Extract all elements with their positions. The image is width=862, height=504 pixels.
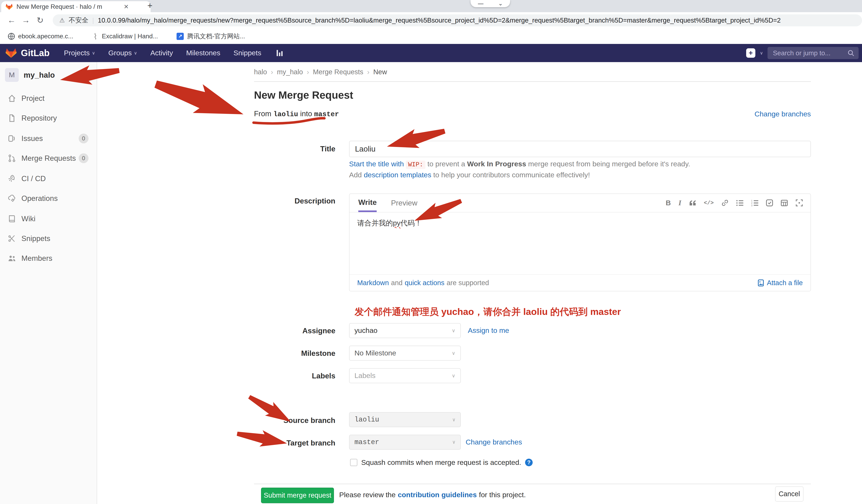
breadcrumb-merge-requests[interactable]: Merge Requests: [313, 68, 363, 76]
milestone-select[interactable]: No Milestone ∨: [349, 346, 461, 360]
change-branches-link-2[interactable]: Change branches: [466, 438, 522, 446]
tab-write[interactable]: Write: [358, 194, 377, 212]
issues-icon: [8, 134, 16, 143]
template-hint: Add description templates to help your c…: [349, 171, 590, 179]
table-icon[interactable]: [781, 200, 788, 206]
help-icon[interactable]: ?: [525, 459, 533, 466]
bookmark-ebook[interactable]: ebook.apecome.c...: [8, 32, 73, 40]
labels-select[interactable]: Labels ∨: [349, 368, 461, 383]
new-tab-button[interactable]: +: [147, 1, 153, 11]
quick-actions-link[interactable]: quick actions: [405, 279, 444, 287]
squash-row: Squash commits when merge request is acc…: [350, 459, 533, 467]
chevron-down-icon: ∨: [452, 417, 455, 423]
assignee-select[interactable]: yuchao ∨: [349, 323, 461, 338]
members-icon: [8, 254, 16, 262]
sidebar-item-issues[interactable]: Issues 0: [0, 129, 96, 148]
description-templates-link[interactable]: description templates: [364, 171, 431, 179]
quote-icon[interactable]: [689, 200, 696, 206]
overlay-chevron-icon[interactable]: ⌄: [498, 0, 503, 7]
italic-icon[interactable]: I: [678, 199, 681, 207]
capture-overlay-controls[interactable]: — ⌄: [471, 0, 510, 7]
change-branches-top: Change branches: [254, 110, 811, 118]
tab-title: New Merge Request · halo / m: [16, 3, 120, 10]
divider: [254, 81, 811, 82]
title-input[interactable]: [349, 141, 811, 157]
description-textarea[interactable]: 请合并我的py代码！: [350, 212, 810, 234]
assignee-value: yuchao: [354, 327, 378, 335]
misspelled-word: py: [393, 219, 401, 227]
change-branches-link[interactable]: Change branches: [755, 110, 811, 118]
wip-hint-link[interactable]: Start the title with: [349, 160, 404, 168]
reload-icon[interactable]: ↻: [33, 16, 47, 25]
numbered-list-icon[interactable]: 123: [751, 200, 758, 206]
tab-preview[interactable]: Preview: [391, 199, 417, 207]
nav-groups[interactable]: Groups∨: [108, 49, 137, 57]
sidebar-item-operations[interactable]: Operations: [0, 188, 96, 208]
security-label: 不安全: [69, 16, 89, 25]
bulleted-list-icon[interactable]: [736, 200, 743, 206]
bookmark-label: 腾讯文档-官方网站...: [187, 32, 245, 41]
project-sidebar: M my_halo Project Repository Issues 0 Me…: [0, 62, 97, 504]
annotation-note: 发个邮件通知管理员 yuchao，请你合并 laoliu 的代码到 master: [354, 306, 621, 318]
markdown-link[interactable]: Markdown: [357, 279, 389, 287]
sidebar-item-merge-requests[interactable]: Merge Requests 0: [0, 148, 96, 168]
address-bar[interactable]: ⚠ 不安全 | 10.0.0.99/halo/my_halo/merge_req…: [53, 14, 862, 27]
target-branch-select[interactable]: master ∨: [349, 435, 461, 450]
link-icon[interactable]: [721, 199, 729, 207]
bookmark-tencent-docs[interactable]: ↗ 腾讯文档-官方网站...: [177, 32, 245, 41]
page-title: New Merge Request: [254, 89, 353, 101]
bold-icon[interactable]: B: [666, 199, 671, 207]
breadcrumb-separator: ›: [367, 68, 369, 76]
page-url: 10.0.0.99/halo/my_halo/merge_requests/ne…: [98, 16, 781, 24]
gitlab-brand[interactable]: GitLab: [21, 48, 50, 58]
breadcrumb-halo[interactable]: halo: [254, 68, 267, 76]
cancel-button[interactable]: Cancel: [775, 487, 804, 502]
operations-icon: [8, 194, 16, 202]
fullscreen-icon[interactable]: [796, 199, 803, 207]
attach-file-link[interactable]: Attach a file: [767, 279, 803, 287]
search-icon: [848, 50, 854, 56]
address-divider: |: [92, 16, 94, 24]
sidebar-item-members[interactable]: Members: [0, 248, 96, 268]
issues-count-badge: 0: [79, 134, 89, 144]
forward-icon[interactable]: →: [19, 16, 33, 25]
project-context[interactable]: M my_halo: [0, 62, 97, 82]
charts-icon[interactable]: [276, 49, 284, 57]
task-list-icon[interactable]: [766, 199, 773, 207]
sidebar-item-snippets[interactable]: Snippets: [0, 229, 96, 248]
gitlab-logo[interactable]: [5, 48, 16, 58]
project-name: my_halo: [24, 71, 55, 79]
bookmark-excalidraw[interactable]: Excalidraw | Hand...: [92, 32, 158, 40]
source-branch-value: laoliu: [354, 416, 379, 424]
attach-file-icon: [758, 279, 764, 287]
bookmark-label: Excalidraw | Hand...: [102, 32, 158, 40]
source-branch-select[interactable]: laoliu ∨: [349, 412, 461, 427]
tab-close-icon[interactable]: ✕: [123, 3, 129, 10]
sidebar-item-wiki[interactable]: Wiki: [0, 209, 96, 229]
assignee-label: Assignee: [220, 327, 335, 335]
nav-activity[interactable]: Activity: [151, 49, 173, 57]
back-icon[interactable]: ←: [4, 16, 19, 25]
code-icon[interactable]: </>: [704, 200, 714, 206]
nav-projects[interactable]: Projects∨: [64, 49, 95, 57]
overlay-minimize-icon[interactable]: —: [478, 0, 484, 7]
sidebar-item-repository[interactable]: Repository: [0, 108, 96, 128]
sidebar-item-cicd[interactable]: CI / CD: [0, 169, 96, 188]
submit-merge-request-button[interactable]: Submit merge request: [261, 488, 334, 503]
browser-tab[interactable]: New Merge Request · halo / m ✕: [1, 1, 151, 12]
squash-checkbox[interactable]: [350, 459, 357, 466]
editor-header: Write Preview B I </> 123: [350, 194, 810, 212]
plus-menu-button[interactable]: +: [746, 48, 756, 58]
chevron-down-icon[interactable]: ∨: [760, 51, 763, 56]
globe-icon: [8, 33, 15, 40]
contribution-guidelines-link[interactable]: contribution guidelines: [398, 491, 477, 499]
divider: [254, 483, 811, 484]
nav-snippets[interactable]: Snippets: [234, 49, 261, 57]
assign-to-me-link[interactable]: Assign to me: [468, 327, 509, 335]
global-search[interactable]: [768, 47, 859, 59]
nav-milestones[interactable]: Milestones: [186, 49, 220, 57]
sidebar-item-project[interactable]: Project: [0, 89, 96, 108]
labels-placeholder: Labels: [354, 372, 376, 380]
search-input[interactable]: [772, 49, 839, 57]
breadcrumb-my-halo[interactable]: my_halo: [277, 68, 303, 76]
